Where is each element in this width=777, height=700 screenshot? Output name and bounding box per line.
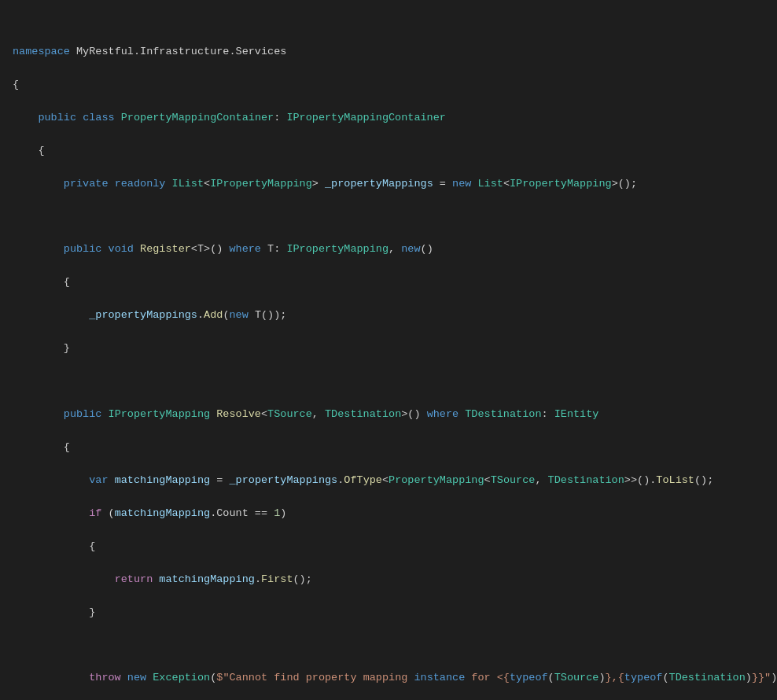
code-editor: namespace MyRestful.Infrastructure.Servi… <box>0 8 777 700</box>
line-9: _propertyMappings.Add(new T()); <box>0 308 777 324</box>
line-13: { <box>0 440 777 456</box>
line-20: throw new Exception($"Cannot find proper… <box>0 670 777 687</box>
line-7: public void Register<T>() where T: IProp… <box>0 241 777 258</box>
line-5: private readonly IList<IPropertyMapping>… <box>0 176 777 193</box>
line-3: public class PropertyMappingContainer: I… <box>0 110 777 127</box>
line-19 <box>0 637 777 654</box>
line-4: { <box>0 143 777 160</box>
line-18: } <box>0 605 777 621</box>
line-17: return matchingMapping.First(); <box>0 572 777 588</box>
line-8: { <box>0 274 777 291</box>
line-16: { <box>0 539 777 555</box>
line-11 <box>0 374 777 390</box>
line-2: { <box>0 77 777 94</box>
line-6 <box>0 208 777 225</box>
line-1: namespace MyRestful.Infrastructure.Servi… <box>0 44 777 61</box>
line-10: } <box>0 341 777 357</box>
line-14: var matchingMapping = _propertyMappings.… <box>0 473 777 489</box>
line-15: if (matchingMapping.Count == 1) <box>0 506 777 522</box>
line-12: public IPropertyMapping Resolve<TSource,… <box>0 407 777 423</box>
